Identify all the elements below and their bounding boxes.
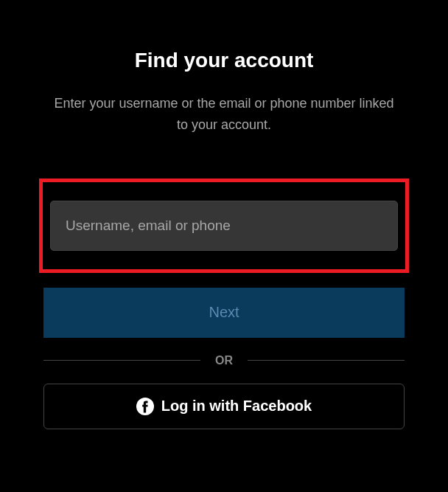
facebook-login-button[interactable]: Log in with Facebook [43,384,405,429]
facebook-button-label: Log in with Facebook [161,398,312,415]
page-subtitle: Enter your username or the email or phon… [47,93,401,136]
username-email-phone-input[interactable] [50,201,398,251]
page-title: Find your account [135,49,314,72]
divider: OR [43,354,405,367]
input-highlight-box [39,179,409,273]
divider-line-left [43,360,200,361]
next-button-label: Next [209,304,239,321]
divider-text: OR [200,354,248,367]
facebook-icon [136,398,154,415]
divider-line-right [248,360,405,361]
next-button[interactable]: Next [43,288,405,338]
